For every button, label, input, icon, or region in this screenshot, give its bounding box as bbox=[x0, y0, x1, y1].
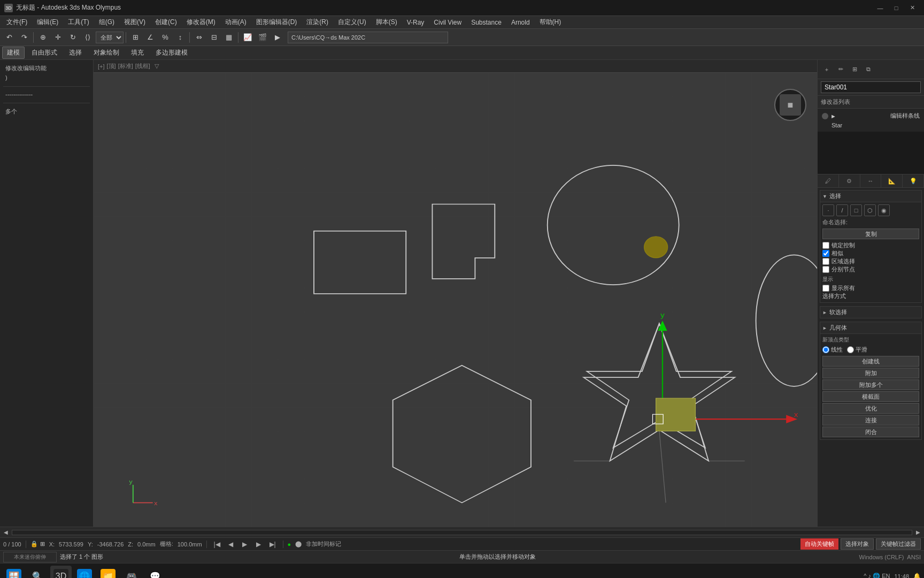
border-icon[interactable]: □ bbox=[850, 204, 862, 216]
anim-next-btn[interactable]: ▶ bbox=[253, 539, 265, 549]
menu-item-脚本S[interactable]: 脚本(S) bbox=[372, 17, 402, 28]
taskbar-explorer[interactable]: 📁 bbox=[97, 566, 119, 579]
anim-end-btn[interactable]: ▶| bbox=[267, 539, 279, 549]
left-item-edit[interactable]: 修改改编辑功能 bbox=[3, 63, 90, 73]
vp-view-label[interactable]: [顶] bbox=[107, 62, 116, 70]
populate-tab[interactable]: 填充 bbox=[126, 47, 149, 59]
menu-item-自定义U[interactable]: 自定义(U) bbox=[334, 17, 371, 28]
vp-plus-label[interactable]: [+] bbox=[98, 63, 105, 70]
anim-prev-btn[interactable]: ◀ bbox=[225, 539, 237, 549]
geometry-section-header[interactable]: ► 几何体 bbox=[820, 322, 922, 334]
area-select-checkbox[interactable]: 区域选择 bbox=[822, 257, 919, 265]
rp-tab-utilities[interactable]: 💡 bbox=[903, 174, 924, 187]
cross-section-button[interactable]: 横截面 bbox=[822, 391, 919, 402]
timeline-left-btn[interactable]: ◀ bbox=[2, 529, 10, 536]
modifier-item-edit-spline[interactable]: ► 编辑样条线 bbox=[821, 111, 921, 121]
selection-dropdown[interactable]: 全部 bbox=[96, 32, 124, 43]
undo-button[interactable]: ↶ bbox=[2, 31, 16, 44]
snap-toggle[interactable]: ⊞ bbox=[128, 31, 142, 44]
minimize-button[interactable]: — bbox=[873, 3, 888, 13]
percent-snap[interactable]: % bbox=[158, 31, 172, 44]
grid-icon[interactable]: ⊞ bbox=[40, 541, 45, 547]
rp-icon-edit[interactable]: ✏ bbox=[835, 64, 846, 75]
scale-button[interactable]: ⟨⟩ bbox=[81, 31, 95, 44]
auto-key-button[interactable]: 自动关键帧 bbox=[800, 538, 838, 550]
taskbar-start[interactable]: 🪟 bbox=[3, 566, 25, 579]
graph-editor[interactable]: 📈 bbox=[241, 31, 255, 44]
smooth-radio[interactable]: 平滑 bbox=[847, 346, 867, 354]
anim-start-btn[interactable]: |◀ bbox=[211, 539, 223, 549]
linear-radio[interactable]: 线性 bbox=[822, 346, 843, 354]
connect-button[interactable]: 连接 bbox=[822, 415, 919, 425]
redo-button[interactable]: ↷ bbox=[17, 31, 31, 44]
maximize-button[interactable]: □ bbox=[889, 3, 904, 13]
menu-item-视图V[interactable]: 视图(V) bbox=[120, 17, 150, 28]
rp-icon-layout[interactable]: ⊞ bbox=[849, 64, 860, 75]
taskbar-search[interactable]: 🔍 bbox=[27, 566, 48, 579]
separate-node-checkbox[interactable]: 分别节点 bbox=[822, 265, 919, 273]
menu-item-Substance[interactable]: Substance bbox=[467, 18, 506, 27]
menu-item-V-Ray[interactable]: V-Ray bbox=[403, 18, 429, 27]
lock-icon[interactable]: 🔒 bbox=[30, 541, 38, 547]
attach-button[interactable]: 附加 bbox=[822, 368, 919, 378]
close-button[interactable]: ✕ bbox=[905, 3, 920, 13]
taskbar-app4[interactable]: 🎮 bbox=[121, 566, 142, 579]
menu-item-工具T[interactable]: 工具(T) bbox=[64, 17, 93, 28]
rp-tab-display[interactable]: 📐 bbox=[881, 174, 903, 187]
rp-tab-modify[interactable]: 🖊 bbox=[818, 174, 839, 187]
menu-item-文件F[interactable]: 文件(F) bbox=[2, 17, 32, 28]
menu-item-动画A[interactable]: 动画(A) bbox=[221, 17, 251, 28]
move-button[interactable]: ✛ bbox=[51, 31, 65, 44]
close-button[interactable]: 闭合 bbox=[822, 427, 919, 437]
add-time-tag[interactable]: 非加时间标记 bbox=[306, 540, 341, 548]
select-key-button[interactable]: 选择对象 bbox=[841, 538, 874, 550]
taskbar-app5[interactable]: 💬 bbox=[144, 566, 166, 579]
edge-icon[interactable]: / bbox=[836, 204, 848, 216]
copy-button[interactable]: 复制 bbox=[822, 229, 919, 239]
menu-item-帮助H[interactable]: 帮助(H) bbox=[535, 17, 566, 28]
menu-item-修改器M[interactable]: 修改器(M) bbox=[182, 17, 220, 28]
soft-selection-header[interactable]: ► 软选择 bbox=[820, 306, 922, 318]
render-setup[interactable]: 🎬 bbox=[256, 31, 270, 44]
timeline-right-btn[interactable]: ▶ bbox=[914, 529, 922, 536]
modeling-tab[interactable]: 建模 bbox=[2, 47, 25, 59]
object-paint-tab[interactable]: 对象绘制 bbox=[89, 47, 124, 59]
timeline-track[interactable] bbox=[12, 530, 912, 535]
align-button[interactable]: ⊟ bbox=[207, 31, 221, 44]
freeform-tab[interactable]: 自由形式 bbox=[27, 47, 62, 59]
menu-item-组G[interactable]: 组(G) bbox=[95, 17, 119, 28]
menu-item-渲染R[interactable]: 渲染(R) bbox=[302, 17, 333, 28]
menu-item-编辑E[interactable]: 编辑(E) bbox=[33, 17, 63, 28]
lock-control-checkbox[interactable]: 锁定控制 bbox=[822, 241, 919, 249]
notification-icon[interactable]: 🔔 bbox=[913, 573, 921, 578]
quick-render[interactable]: ▶ bbox=[271, 31, 284, 44]
left-item-multi[interactable]: 多个 bbox=[3, 107, 90, 117]
display-all-checkbox[interactable]: 显示所有 bbox=[822, 284, 919, 292]
viewport-compass[interactable]: ■ bbox=[774, 89, 806, 121]
key-filter-button[interactable]: 关键帧过滤器 bbox=[876, 538, 921, 550]
modifier-eye-icon[interactable] bbox=[822, 113, 828, 119]
vp-mode-label[interactable]: [线框] bbox=[135, 62, 150, 70]
rp-tab-hierarchy[interactable]: ⚙ bbox=[839, 174, 860, 187]
optimize-button[interactable]: 优化 bbox=[822, 403, 919, 414]
selection-tab[interactable]: 选择 bbox=[64, 47, 87, 59]
taskbar-3dsmax[interactable]: 3D bbox=[50, 566, 72, 579]
menu-item-Arnold[interactable]: Arnold bbox=[507, 18, 534, 27]
vp-filter-icon[interactable]: ▽ bbox=[155, 63, 159, 70]
object-name-input[interactable] bbox=[821, 81, 921, 93]
menu-item-创建C[interactable]: 创建(C) bbox=[151, 17, 181, 28]
mirror-button[interactable]: ⇔ bbox=[192, 31, 206, 44]
anim-play-btn[interactable]: ▶ bbox=[239, 539, 251, 549]
left-item-close[interactable]: ) bbox=[3, 73, 90, 82]
vp-shading-label[interactable]: [标准] bbox=[118, 62, 133, 70]
rp-icon-plus[interactable]: + bbox=[821, 64, 833, 75]
element-icon[interactable]: ◉ bbox=[878, 204, 890, 216]
menu-item-Civil View[interactable]: Civil View bbox=[429, 18, 466, 27]
rp-tab-motion[interactable]: ↔ bbox=[860, 174, 882, 187]
attach-multi-button[interactable]: 附加多个 bbox=[822, 379, 919, 390]
angle-snap[interactable]: ∠ bbox=[143, 31, 157, 44]
menu-item-图形编辑器D[interactable]: 图形编辑器(D) bbox=[252, 17, 302, 28]
vertex-icon[interactable]: · bbox=[822, 204, 834, 216]
polygon-modeling-tab[interactable]: 多边形建模 bbox=[151, 47, 192, 59]
array-button[interactable]: ▦ bbox=[222, 31, 236, 44]
